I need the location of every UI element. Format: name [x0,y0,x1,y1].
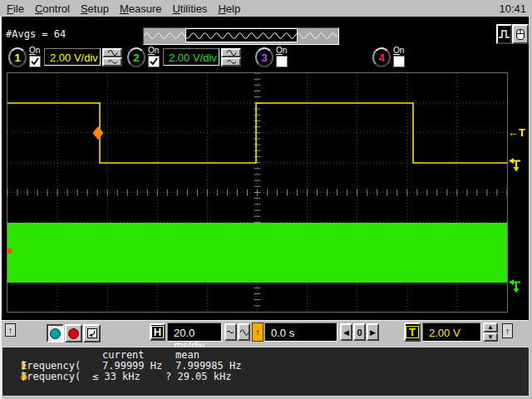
trigger-level-down-button[interactable]: ▼ [483,332,498,342]
channel-2-controls: 2 On 2.00 V/div [127,47,241,70]
small-wave-icon [107,58,118,66]
channel-1-ground-marker[interactable] [508,158,522,175]
measurement-1-marker[interactable] [93,126,104,140]
channel-2-scale-up-button[interactable] [221,48,241,57]
column-header-current: current [102,349,145,361]
big-wave-icon [107,49,118,57]
menu-file[interactable]: File [7,2,24,15]
mouse-pointer-button[interactable] [512,24,529,44]
channel-2-on-checkbox[interactable] [148,56,160,67]
check-icon [149,57,159,66]
timebase-field[interactable]: 20.0 ms/div [167,323,222,342]
position-zero-button[interactable]: 0 [353,323,366,341]
stop-button[interactable] [65,324,82,342]
channel-2-scale-field[interactable]: 2.00 V/div [163,48,219,66]
hook-down-arrow-icon [508,158,522,172]
pulse-mode-button[interactable] [496,24,512,44]
trigger-level-up-button[interactable]: ▲ [483,323,498,332]
menu-setup[interactable]: Setup [81,2,109,15]
trigger-settings-button[interactable]: T [404,323,421,342]
timebase-zoom-out-button[interactable] [238,323,250,341]
channel-3-on-label: On [276,47,288,55]
horizontal-reference-button[interactable]: ↑ [252,323,264,342]
channel-1-scale-field[interactable]: 2.00 V/div [44,48,101,66]
averages-status: #Avgs = 64 [6,28,66,40]
mouse-icon [515,27,526,42]
channel-1-on-checkbox[interactable] [29,56,41,67]
menu-utilities[interactable]: Utilities [172,2,207,15]
run-icon [49,328,62,340]
run-button[interactable] [47,324,64,342]
acquisition-preview-bar[interactable] [143,27,339,45]
trigger-level-field[interactable]: 2.00 V [422,323,481,342]
channel-2-scale-down-button[interactable] [221,57,241,66]
channel-1-scale-up-button[interactable] [102,48,122,57]
horizontal-position-field[interactable]: 0.0 s [264,323,337,342]
channel-4-controls: 4 On [372,47,405,70]
pad-arrow-icon [86,328,98,339]
menu-help[interactable]: Help [218,2,240,15]
channel-1-scale-down-button[interactable] [102,57,122,66]
column-header-mean: mean [175,349,200,361]
channel-2-on-label: On [148,47,160,55]
clock: 10:41 [499,2,526,15]
measurement-1-current: 7.99999 Hz [102,360,162,372]
menu-control[interactable]: Control [35,2,70,15]
trigger-icon: T [406,326,419,338]
channel-3-button[interactable]: 3 [255,47,273,67]
channel-4-on-label: On [393,47,405,55]
channel-1-on-label: On [29,47,41,55]
position-left-button[interactable]: ◀ [340,323,352,341]
check-icon [30,57,40,66]
measurement-1-mean: 7.999985 Hz [175,360,241,372]
position-right-button[interactable]: ▶ [367,323,379,341]
measurement-2-current: ≤ 33 kHz [92,371,140,382]
trigger-level-marker[interactable]: ←T [508,126,525,139]
big-wave-icon [239,328,249,337]
horizontal-settings-button[interactable]: H [150,323,165,341]
channel-3-on-checkbox[interactable] [276,56,288,67]
channel-2-button[interactable]: 2 [127,47,145,67]
channel-1-controls: 1 On 2.00 V/div [8,47,122,70]
scroll-up-right-button[interactable]: ↑ [502,323,513,338]
channel-4-on-checkbox[interactable] [393,56,405,67]
quick-action-button[interactable] [83,324,101,342]
measurement-panel: current mean Frequency(1♦) 7.99999 Hz 7.… [2,347,530,397]
channel-1-button[interactable]: 1 [8,47,27,67]
big-wave-icon [226,49,237,57]
pulse-icon [498,27,510,41]
channel-3-controls: 3 On [255,47,288,70]
small-wave-icon [226,58,237,66]
small-wave-icon [226,328,235,336]
stop-icon [67,328,80,340]
measurement-2-mean: ? 29.05 kHz [165,371,231,382]
horizontal-icon: H [151,326,164,338]
scope-display[interactable] [7,73,507,312]
channel-2-ground-marker[interactable] [508,279,522,297]
channel-4-button[interactable]: 4 [372,47,391,67]
channel-2-trace [7,223,507,283]
trigger-level-stepper: ▲ ▼ [483,323,498,342]
oscilloscope-app: File Control Setup Measure Utilities Hel… [0,0,532,399]
hook-down-arrow-icon [508,279,522,293]
menu-measure[interactable]: Measure [120,2,162,15]
scroll-up-left-button[interactable]: ↑ [5,323,16,337]
timebase-zoom-in-button[interactable] [224,323,237,341]
menu-bar: File Control Setup Measure Utilities Hel… [0,0,532,17]
